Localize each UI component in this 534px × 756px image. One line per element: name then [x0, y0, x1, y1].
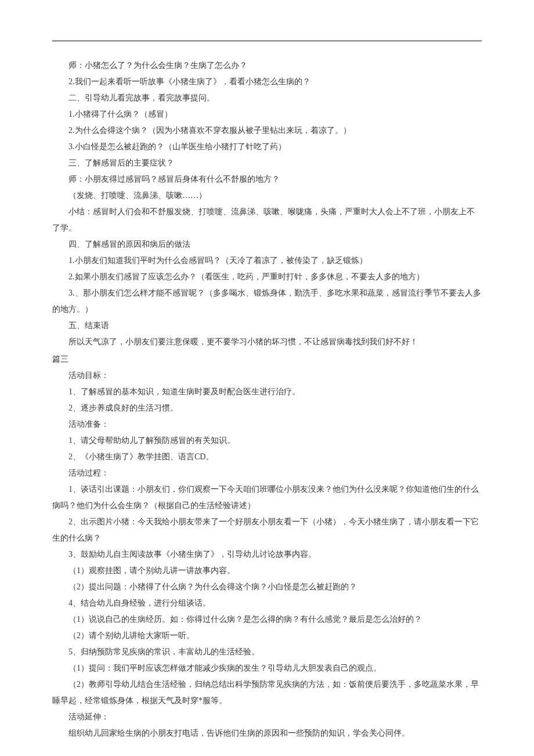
paragraph: 4、结合幼儿自身经验，进行分组谈话。 — [52, 595, 482, 611]
paragraph: 2、《小猪生病了》教学挂图、语言CD。 — [52, 449, 482, 465]
paragraph: 二、引导幼儿看完故事，看完故事提问。 — [52, 90, 482, 106]
paragraph: 五、结束语 — [52, 318, 482, 334]
document-body: 师：小猪怎么了？为什么会生病？生病了怎么办？2.我们一起来看听一听故事《小猪生病… — [52, 57, 482, 741]
paragraph: 1.小朋友们知道我们平时为什么会感冒吗？（天冷了着凉了，被传染了，缺乏锻炼） — [52, 253, 482, 269]
paragraph: 师：小朋友得过感冒吗？感冒后身体有什么不舒服的地方？ — [52, 171, 482, 188]
paragraph: 2、出示图片小猪：今天我给小朋友带来了一个好朋友小朋友看一下（小猪），今天小猪生… — [52, 514, 482, 546]
paragraph: （1）提问：我们平时应该怎样做才能减少疾病的发生？引导幼儿大胆发表自己的观点。 — [52, 660, 482, 676]
paragraph: （1）观察挂图，请个别幼儿讲一讲故事内容。 — [52, 563, 482, 579]
paragraph: 2.我们一起来看听一听故事《小猪生病了》，看看小猪怎么生病的？ — [52, 74, 482, 90]
paragraph: 活动延伸： — [52, 709, 482, 725]
paragraph: （2）请个别幼儿讲给大家听一听。 — [52, 628, 482, 644]
paragraph: 3、鼓励幼儿自主阅读故事《小猪生病了》，引导幼儿讨论故事内容。 — [52, 546, 482, 563]
paragraph: 1、谈话引出课题：小朋友们，你们观察一下今天咱们班哪位小朋友没来？他们为什么没来… — [52, 481, 482, 514]
section-heading: 篇三 — [52, 351, 482, 368]
paragraph: 活动目标： — [52, 368, 482, 384]
paragraph: 小结：感冒时人们会和不舒服发烧、打喷嚏、流鼻涕、咳嗽、喉咙痛，头痛，严重时大人会… — [52, 204, 482, 236]
paragraph: （2）教师引导幼儿结合生活经验，归纳总结出科学预防常见疾病的方法，如：饭前便后要… — [52, 676, 482, 709]
paragraph: （2）提出问题：小猪得了什么病？为什么会得这个病？小白怪是怎么被赶跑的？ — [52, 579, 482, 595]
paragraph: 所以天气凉了，小朋友们要注意保暖，更不要学习小猪的坏习惯，不让感冒病毒找到我们好… — [52, 334, 482, 350]
paragraph: 1、请父母帮助幼儿了解预防感冒的有关知识。 — [52, 433, 482, 449]
paragraph: 2、逐步养成良好的生活习惯。 — [52, 400, 482, 416]
horizontal-rule — [52, 41, 482, 41]
paragraph: 1、了解感冒的基本知识，知道生病时要及时配合医生进行治疗。 — [52, 384, 482, 400]
paragraph: 活动过程： — [52, 465, 482, 481]
paragraph: （发烧、打喷嚏、流鼻涕、咳嗽……） — [52, 188, 482, 204]
paragraph: 2.如果小朋友们感冒了应该怎么办？（看医生，吃药，严重时打针，多多休息，不要去人… — [52, 269, 482, 285]
paragraph: 组织幼儿回家给生病的小朋友打电话，告诉他们生病的原因和一些预防的知识，学会关心同… — [52, 725, 482, 741]
paragraph: 活动准备： — [52, 416, 482, 433]
paragraph: 四、了解感冒的原因和病后的做法 — [52, 236, 482, 253]
paragraph: 3.小白怪是怎么被赶跑的？（山羊医生给小猪打了针吃了药） — [52, 139, 482, 155]
paragraph: （1）说说自己的生病经历。如：你得过什么病？是怎么得的病？有什么感觉？最后是怎么… — [52, 611, 482, 628]
paragraph: 1.小猪得了什么病？（感冒） — [52, 106, 482, 123]
paragraph: 2.为什么会得这个病？（因为小猪喜欢不穿衣服从被子里钻出来玩，着凉了。） — [52, 123, 482, 139]
paragraph: 师：小猪怎么了？为什么会生病？生病了怎么办？ — [52, 57, 482, 74]
paragraph: 三、了解感冒后的主要症状？ — [52, 155, 482, 171]
paragraph: 3.、那小朋友们怎么样才能不感冒呢？（多多喝水、锻炼身体，勤洗手、多吃水果和蔬菜… — [52, 285, 482, 318]
paragraph: 5、归纳预防常见疾病的常识，丰富幼儿的生活经验。 — [52, 644, 482, 660]
